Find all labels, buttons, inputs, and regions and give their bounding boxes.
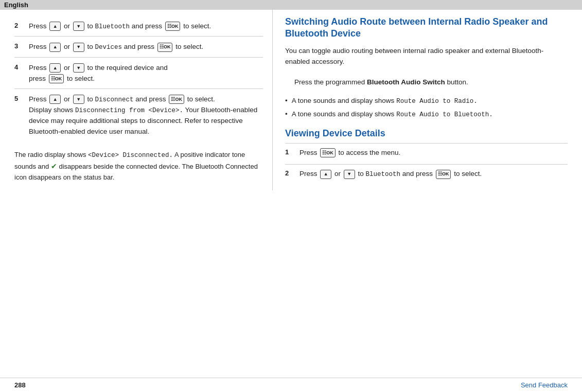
right-step-2-content: Press or to Bluetooth and press ☷OK to s… — [299, 169, 568, 180]
or-text: or — [64, 95, 72, 103]
step-2-num: 2 — [14, 21, 24, 32]
ok-button-icon: ☷OK — [165, 22, 181, 31]
bullet-2-pre: A tone sounds and display shows Route Au… — [292, 109, 493, 120]
down-button-icon — [73, 63, 84, 73]
or-text: or — [64, 22, 72, 30]
send-feedback-link[interactable]: Send Feedback — [521, 381, 568, 389]
right-step-2: 2 Press or to Bluetooth and press ☷OK to… — [285, 164, 568, 184]
bluetooth-code: Bluetooth — [95, 23, 130, 30]
section2-title: Viewing Device Details — [285, 128, 568, 139]
step-2-content: Press or to Bluetooth and press ☷OK to s… — [29, 21, 263, 32]
lang-label: English — [4, 1, 28, 9]
right-column: Switching Audio Route between Internal R… — [273, 10, 582, 190]
devices-code: Devices — [95, 44, 122, 51]
or-text: or — [64, 43, 72, 50]
down-button-icon — [73, 22, 84, 31]
section1-body: You can toggle audio routing between int… — [285, 45, 568, 67]
or-text: or — [64, 64, 72, 72]
bluetooth2-code: Bluetooth — [366, 171, 401, 178]
disconnect-code: Disconnect — [95, 96, 134, 103]
right-step-2-num: 2 — [285, 169, 294, 180]
section1-title: Switching Audio Route between Internal R… — [285, 16, 568, 40]
footer-bar: 288 Send Feedback — [0, 378, 582, 392]
bluetooth-audio-switch-bold: Bluetooth Audio Switch — [367, 78, 445, 86]
step-2: 2 Press or to Bluetooth and press ☷OK to… — [14, 16, 263, 36]
lang-bar: English — [0, 0, 582, 10]
indented-note: Press the programmed Bluetooth Audio Swi… — [285, 74, 568, 91]
right-step-1-num: 1 — [285, 148, 294, 158]
bullet-list: A tone sounds and display shows Route Au… — [285, 95, 568, 120]
route-radio-code: Route Audio to Radio. — [396, 98, 478, 105]
left-footer-note: The radio display shows <Device> Disconn… — [14, 145, 263, 183]
up-button-icon — [49, 95, 61, 104]
step-3-content: Press or to Devices and press ☷OK to sel… — [29, 42, 263, 52]
or-text: or — [334, 170, 343, 177]
up-button-icon — [320, 170, 331, 179]
right-step-1-content: Press ☷OK to access the menu. — [299, 148, 568, 158]
down-button-icon — [73, 95, 84, 104]
step-5: 5 Press or to Disconnect and press ☷OK t… — [14, 88, 263, 142]
ok-button-icon: ☷OK — [169, 95, 184, 104]
step-4-content: Press or to the required device and pres… — [29, 63, 263, 84]
route-bluetooth-code: Route Audio to Bluetooth. — [396, 111, 493, 118]
step-3: 3 Press or to Devices and press ☷OK to s… — [14, 36, 263, 57]
ok-button-icon: ☷OK — [320, 148, 336, 157]
disconnecting-code: Disconnecting from <Device>. — [75, 107, 183, 114]
step-5-content: Press or to Disconnect and press ☷OK to … — [29, 94, 263, 138]
step-5-num: 5 — [14, 94, 24, 138]
left-column: 2 Press or to Bluetooth and press ☷OK to… — [0, 10, 273, 190]
right-step-1: 1 Press ☷OK to access the menu. — [285, 143, 568, 163]
step-4: 4 Press or to the required device and pr… — [14, 57, 263, 88]
bullet-2: A tone sounds and display shows Route Au… — [285, 109, 568, 120]
down-button-icon — [73, 43, 84, 52]
down-button-icon — [344, 170, 355, 179]
up-button-icon — [49, 43, 61, 52]
ok-button-icon: ☷OK — [157, 43, 173, 52]
up-button-icon — [49, 22, 61, 31]
step-3-num: 3 — [14, 42, 24, 52]
ok-button-icon: ☷OK — [436, 170, 451, 179]
checkmark-icon: ✔ — [51, 162, 57, 170]
ok-button-icon: ☷OK — [49, 74, 64, 83]
disconnected-code: <Device> Disconnected. — [88, 152, 173, 159]
bullet-1-pre: A tone sounds and display shows Route Au… — [292, 95, 478, 106]
bullet-1: A tone sounds and display shows Route Au… — [285, 95, 568, 106]
step-4-num: 4 — [14, 63, 24, 84]
page-number: 288 — [14, 381, 26, 389]
up-button-icon — [49, 63, 61, 73]
